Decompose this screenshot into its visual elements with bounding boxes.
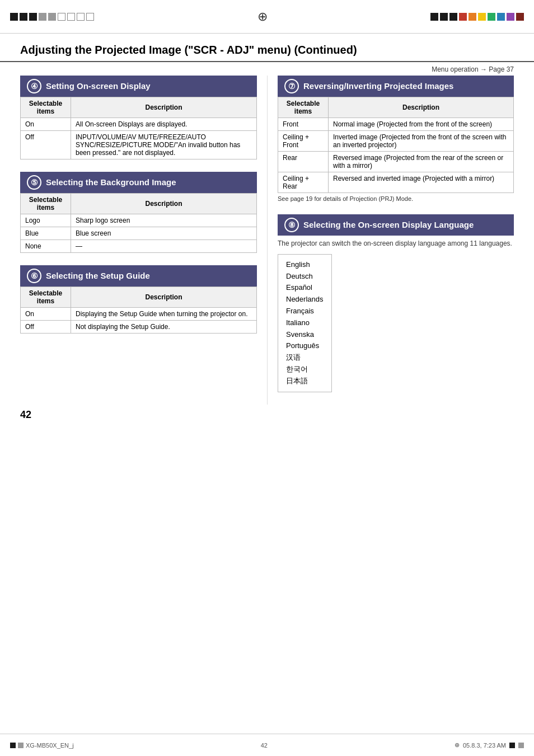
lang-nederlands: Nederlands (286, 294, 324, 306)
menu-op-text: Menu operation (432, 65, 478, 73)
item-blue: Blue (21, 227, 71, 240)
item-ceiling-front: Ceiling + Front (278, 131, 329, 152)
language-intro: The projector can switch the on-screen d… (278, 239, 514, 248)
footer-strip-1 (10, 743, 16, 748)
footer-strip-r1 (509, 743, 515, 748)
rstrip-10 (516, 13, 524, 21)
strip-4 (39, 13, 46, 21)
rstrip-9 (507, 13, 514, 21)
item-front: Front (278, 118, 329, 131)
top-bar-right (430, 13, 524, 21)
col-description-7: Description (329, 97, 514, 118)
desc-off-4: INPUT/VOLUME/AV MUTE/FREEZE/AUTO SYNC/RE… (71, 131, 257, 159)
table-row: Logo Sharp logo screen (21, 214, 257, 227)
desc-on-6: Displaying the Setup Guide when turning … (71, 308, 257, 321)
lang-svenska: Svenska (286, 329, 324, 341)
item-none: None (21, 240, 71, 253)
table-row: Off Not displaying the Setup Guide. (21, 321, 257, 334)
section-4-title: Setting On-screen Display (46, 81, 151, 91)
language-box: English Deutsch Español Nederlands Franç… (278, 254, 332, 392)
footer-filename: XG-MB50X_EN_j (26, 742, 74, 749)
strip-2 (20, 13, 27, 21)
lang-italiano: Italiano (286, 317, 324, 329)
desc-ceiling-rear: Reversed and inverted image (Projected w… (329, 172, 514, 193)
rstrip-7 (488, 13, 495, 21)
page-header: Adjusting the Projected Image ("SCR - AD… (0, 34, 534, 62)
item-rear: Rear (278, 152, 329, 172)
lang-english: English (286, 259, 324, 271)
item-on-6: On (21, 308, 71, 321)
section-6-box: ⑥ Selecting the Setup Guide Selectable i… (20, 265, 257, 334)
section-8-title: Selecting the On-screen Display Language (303, 220, 474, 230)
table-row: None — (21, 240, 257, 253)
table-row: Front Normal image (Projected from the f… (278, 118, 514, 131)
right-column: ⑦ Reversing/Inverting Projected Images S… (267, 76, 514, 405)
footer-right-area: ⊕ 05.8.3, 7:23 AM (455, 741, 524, 749)
col-description-4: Description (71, 97, 257, 118)
footer-strip-r2 (518, 743, 524, 748)
section-5-table: Selectable items Description Logo Sharp … (20, 193, 257, 253)
section-4-number: ④ (27, 79, 41, 93)
lang-japanese: 日本語 (286, 375, 324, 387)
section-7-title: Reversing/Inverting Projected Images (303, 81, 453, 91)
table-row: Ceiling + Rear Reversed and inverted ima… (278, 172, 514, 193)
table-row: On All On-screen Displays are displayed. (21, 118, 257, 131)
see-page-note: See page 19 for details of Projection (P… (278, 195, 514, 202)
section-7-number: ⑦ (284, 79, 299, 93)
rstrip-6 (478, 13, 486, 21)
section-6-header: ⑥ Selecting the Setup Guide (20, 265, 257, 287)
crosshair-icon: ⊕ (255, 9, 270, 25)
item-off-6: Off (21, 321, 71, 334)
strip-7 (67, 13, 75, 21)
desc-rear: Reversed image (Projected from the rear … (329, 152, 514, 172)
table-row: Ceiling + Front Inverted image (Projecte… (278, 131, 514, 152)
section-8-number: ⑧ (284, 218, 299, 232)
col-selectable-6: Selectable items (21, 287, 71, 308)
section-5-number: ⑤ (27, 175, 41, 190)
col-description-5: Description (71, 194, 257, 214)
lang-portugues: Português (286, 340, 324, 352)
lang-espanol: Español (286, 282, 324, 294)
section-4-header: ④ Setting On-screen Display (20, 76, 257, 97)
right-strip-group (430, 13, 524, 21)
strip-9 (86, 13, 94, 21)
desc-ceiling-front: Inverted image (Projected from the front… (329, 131, 514, 152)
section-6-title: Selecting the Setup Guide (46, 271, 150, 281)
top-bar-left (10, 13, 94, 21)
section-4-box: ④ Setting On-screen Display Selectable i… (20, 76, 257, 159)
table-row: On Displaying the Setup Guide when turni… (21, 308, 257, 321)
crosshair-bottom-icon: ⊕ (455, 741, 460, 749)
left-strip-group (10, 13, 94, 21)
lang-deutsch: Deutsch (286, 271, 324, 283)
rstrip-1 (430, 13, 438, 21)
footer-strip-2 (18, 743, 24, 748)
page-ref: Page 37 (489, 65, 514, 73)
top-bar: ⊕ (0, 0, 534, 34)
section-5-box: ⑤ Selecting the Background Image Selecta… (20, 172, 257, 253)
menu-operation-line: Menu operation → Page 37 (0, 62, 534, 76)
section-7-header: ⑦ Reversing/Inverting Projected Images (278, 76, 514, 97)
arrow-right-icon: → (480, 65, 489, 73)
item-on-4: On (21, 118, 71, 131)
col-selectable-4: Selectable items (21, 97, 71, 118)
rstrip-2 (440, 13, 448, 21)
footer-datetime: 05.8.3, 7:23 AM (463, 742, 506, 749)
section-5-header: ⑤ Selecting the Background Image (20, 172, 257, 193)
footer-page: 42 (261, 742, 268, 749)
section-7-box: ⑦ Reversing/Inverting Projected Images S… (278, 76, 514, 202)
lang-francais: Français (286, 306, 324, 317)
section-6-number: ⑥ (27, 269, 41, 283)
item-logo: Logo (21, 214, 71, 227)
strip-5 (48, 13, 56, 21)
strip-8 (77, 13, 85, 21)
rstrip-4 (459, 13, 467, 21)
main-content: ④ Setting On-screen Display Selectable i… (0, 76, 534, 405)
desc-none: — (71, 240, 257, 253)
rstrip-5 (469, 13, 476, 21)
table-row: Rear Reversed image (Projected from the … (278, 152, 514, 172)
desc-logo: Sharp logo screen (71, 214, 257, 227)
item-ceiling-rear: Ceiling + Rear (278, 172, 329, 193)
table-row: Blue Blue screen (21, 227, 257, 240)
left-column: ④ Setting On-screen Display Selectable i… (20, 76, 267, 405)
section-8-header: ⑧ Selecting the On-screen Display Langua… (278, 214, 514, 236)
